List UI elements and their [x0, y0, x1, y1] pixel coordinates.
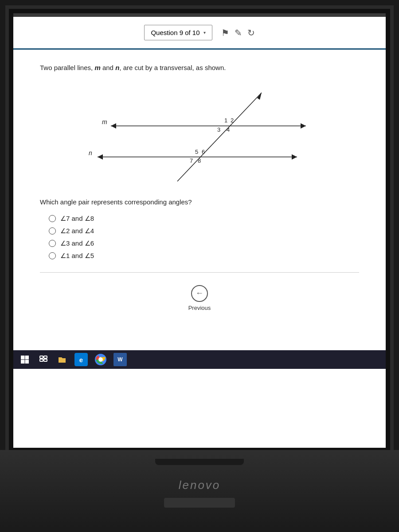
- previous-section[interactable]: ← Previous: [40, 285, 359, 311]
- svg-text:4: 4: [227, 126, 230, 133]
- geometry-diagram: 1 2 3 4 5 6 7 8 m n: [40, 84, 359, 186]
- svg-text:2: 2: [231, 117, 234, 124]
- svg-marker-1: [111, 123, 116, 129]
- windows-start-icon[interactable]: [19, 353, 31, 366]
- svg-text:7: 7: [190, 157, 193, 164]
- svg-text:5: 5: [195, 149, 198, 155]
- task-view-icon[interactable]: [37, 353, 50, 366]
- question-header: Question 9 of 10 ▾ ⚑ ✎ ↻: [13, 17, 386, 50]
- file-explorer-icon[interactable]: [56, 353, 68, 366]
- svg-line-6: [177, 93, 262, 181]
- svg-marker-4: [98, 154, 103, 160]
- content-area: Two parallel lines, m and n, are cut by …: [13, 50, 386, 320]
- refresh-icon[interactable]: ↻: [247, 27, 255, 38]
- radio-a[interactable]: [49, 215, 56, 222]
- edit-icon[interactable]: ✎: [235, 27, 242, 38]
- question-label: Question 9 of 10: [151, 29, 200, 36]
- svg-text:1: 1: [224, 117, 227, 124]
- svg-point-28: [98, 357, 103, 362]
- laptop-screen-frame: Question 9 of 10 ▾ ⚑ ✎ ↻ 02.CI.Grad Two …: [0, 0, 399, 452]
- previous-label: Previous: [188, 305, 211, 311]
- answer-text-a: ∠7 and ∠8: [60, 215, 94, 223]
- svg-marker-2: [301, 123, 306, 129]
- svg-text:3: 3: [217, 126, 220, 133]
- edge-icon[interactable]: e: [74, 353, 88, 366]
- answer-text-c: ∠3 and ∠6: [60, 239, 94, 247]
- divider: [40, 272, 359, 273]
- svg-text:m: m: [102, 118, 107, 125]
- answer-text-b: ∠2 and ∠4: [60, 227, 94, 235]
- chrome-icon[interactable]: [94, 353, 107, 366]
- laptop-base: lenovo: [0, 450, 399, 532]
- flag-icon[interactable]: ⚑: [221, 27, 229, 38]
- svg-rect-23: [44, 356, 47, 358]
- diagram-area: 1 2 3 4 5 6 7 8 m n: [40, 84, 359, 186]
- word-icon[interactable]: W: [113, 353, 127, 366]
- screen-bezel: Question 9 of 10 ▾ ⚑ ✎ ↻ 02.CI.Grad Two …: [9, 9, 390, 452]
- chevron-down-icon: ▾: [203, 30, 206, 35]
- app-top-bar: [13, 13, 386, 17]
- radio-b[interactable]: [49, 227, 56, 235]
- svg-rect-22: [40, 356, 43, 358]
- answer-choice-d[interactable]: ∠1 and ∠5: [49, 252, 359, 260]
- screen: Question 9 of 10 ▾ ⚑ ✎ ↻ 02.CI.Grad Two …: [13, 13, 386, 448]
- radio-c[interactable]: [49, 240, 56, 247]
- answer-choice-a[interactable]: ∠7 and ∠8: [49, 215, 359, 223]
- taskbar: e W: [13, 350, 386, 369]
- answer-choice-c[interactable]: ∠3 and ∠6: [49, 239, 359, 247]
- left-arrow-icon: ←: [196, 289, 203, 298]
- laptop-hinge: [155, 459, 244, 465]
- answer-choices: ∠7 and ∠8 ∠2 and ∠4 ∠3 and ∠6 ∠1 and ∠5: [40, 215, 359, 260]
- laptop-grip: [164, 498, 235, 508]
- svg-text:8: 8: [198, 157, 201, 164]
- lenovo-logo: lenovo: [179, 478, 221, 492]
- sub-question: Which angle pair represents correspondin…: [40, 198, 359, 206]
- svg-rect-18: [21, 356, 25, 360]
- header-icons: ⚑ ✎ ↻: [221, 27, 255, 38]
- question-selector[interactable]: Question 9 of 10 ▾: [144, 25, 212, 40]
- svg-text:n: n: [89, 149, 92, 156]
- answer-choice-b[interactable]: ∠2 and ∠4: [49, 227, 359, 235]
- line-m-label: m: [94, 64, 100, 71]
- previous-button[interactable]: ←: [191, 285, 208, 302]
- svg-marker-5: [292, 154, 297, 160]
- line-n-label: n: [115, 64, 119, 71]
- svg-rect-21: [25, 360, 29, 364]
- svg-rect-19: [25, 356, 29, 360]
- radio-d[interactable]: [49, 252, 56, 259]
- svg-rect-25: [44, 359, 47, 361]
- answer-text-d: ∠1 and ∠5: [60, 252, 94, 260]
- svg-rect-20: [21, 360, 25, 364]
- svg-rect-24: [40, 359, 43, 361]
- problem-description: Two parallel lines, m and n, are cut by …: [40, 63, 359, 73]
- svg-text:6: 6: [202, 149, 205, 155]
